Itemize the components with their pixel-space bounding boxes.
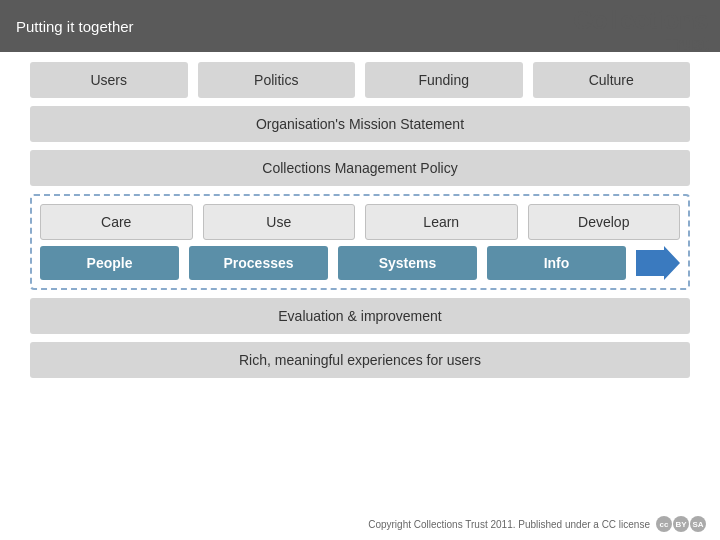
cc-icon: cc — [656, 516, 672, 532]
bar-policy: Collections Management Policy — [30, 150, 690, 186]
dashed-container: Care Use Learn Develop People Processes … — [30, 194, 690, 290]
logo-trust: Trust — [573, 35, 708, 55]
row-care: Care Use Learn Develop — [40, 204, 680, 240]
page-title: Putting it together — [16, 18, 134, 35]
btn-culture[interactable]: Culture — [533, 62, 691, 98]
btn-people[interactable]: People — [40, 246, 179, 280]
row-people: People Processes Systems Info — [40, 246, 680, 280]
sa-icon: SA — [690, 516, 706, 532]
btn-systems[interactable]: Systems — [338, 246, 477, 280]
bar-rich: Rich, meaningful experiences for users — [30, 342, 690, 378]
main-content: Users Politics Funding Culture Organisat… — [0, 52, 720, 378]
logo-collections: Collections — [573, 6, 708, 35]
copyright-text: Copyright Collections Trust 2011. Publis… — [368, 519, 650, 530]
svg-marker-0 — [636, 246, 680, 280]
btn-politics[interactable]: Politics — [198, 62, 356, 98]
btn-use[interactable]: Use — [203, 204, 356, 240]
btn-care[interactable]: Care — [40, 204, 193, 240]
btn-info[interactable]: Info — [487, 246, 626, 280]
row-users-politics: Users Politics Funding Culture — [30, 62, 690, 98]
btn-develop[interactable]: Develop — [528, 204, 681, 240]
arrow-icon — [636, 246, 680, 280]
logo: Collections Trust — [573, 6, 708, 54]
bar-evaluation: Evaluation & improvement — [30, 298, 690, 334]
footer: Copyright Collections Trust 2011. Publis… — [368, 516, 706, 532]
btn-funding[interactable]: Funding — [365, 62, 523, 98]
arrow-right — [636, 246, 680, 280]
btn-learn[interactable]: Learn — [365, 204, 518, 240]
btn-users[interactable]: Users — [30, 62, 188, 98]
by-icon: BY — [673, 516, 689, 532]
bar-mission: Organisation's Mission Statement — [30, 106, 690, 142]
cc-badge: cc BY SA — [656, 516, 706, 532]
btn-processes[interactable]: Processes — [189, 246, 328, 280]
